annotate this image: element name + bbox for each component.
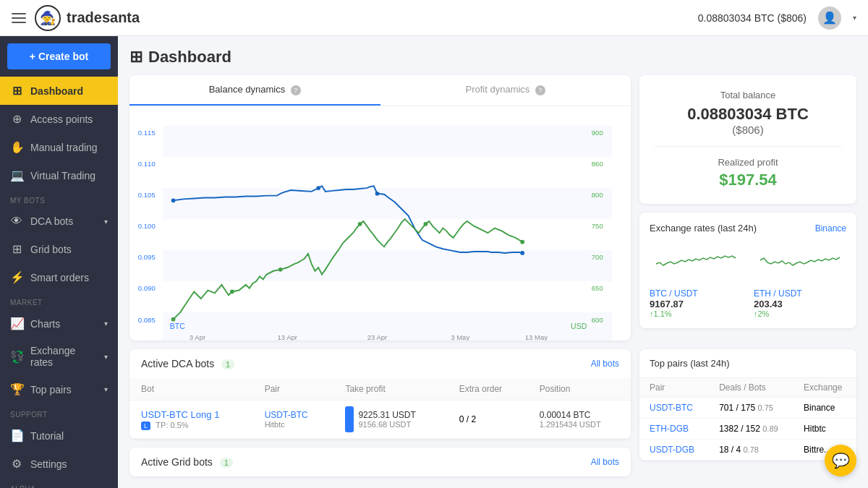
top-pairs-icon: 🏆 (10, 382, 23, 396)
sidebar-item-virtual-trading[interactable]: 💻 Virtual Trading (0, 161, 118, 189)
svg-text:0.115: 0.115 (138, 129, 156, 137)
header-right: 0.08803034 BTC ($806) 👤 ▾ (698, 7, 856, 30)
grid-count: 1 (220, 458, 233, 468)
dca-bots-table: Bot Pair Take profit Extra order Positio… (129, 378, 631, 439)
top-pair-name[interactable]: USDT-DGB (639, 440, 709, 461)
svg-text:600: 600 (592, 316, 603, 324)
exchange-rates-icon: 💱 (10, 350, 23, 364)
charts-icon: 📈 (10, 317, 23, 330)
virtual-trading-icon: 💻 (10, 168, 23, 182)
top-pair-deals: 18 / 4 0.78 (709, 440, 793, 461)
top-pair-name[interactable]: ETH-DGB (639, 419, 709, 440)
pair-exchange: Hitbtc (265, 420, 323, 429)
svg-rect-0 (163, 126, 612, 157)
svg-text:0.105: 0.105 (138, 191, 156, 199)
col-extra-order: Extra order (448, 378, 528, 401)
dca-section-title: Active DCA bots 1 (141, 358, 234, 369)
sidebar-item-top-pairs[interactable]: 🏆 Top pairs ▾ (0, 375, 118, 403)
sidebar-item-tutorial[interactable]: 📄 Tutorial (0, 421, 118, 450)
realized-profit-label: Realized profit (654, 146, 842, 168)
svg-text:0.095: 0.095 (138, 253, 156, 261)
chevron-icon: ▾ (104, 353, 108, 361)
create-bot-button[interactable]: + Create bot (7, 43, 111, 69)
sidebar-item-smart-orders[interactable]: ⚡ Smart orders (0, 263, 118, 291)
usd-amount: ($806) (654, 124, 842, 136)
svg-text:700: 700 (592, 253, 603, 261)
logo-icon: 🧙 (35, 5, 61, 31)
grid-table-header: Active Grid bots 1 All bots (129, 448, 631, 476)
eth-mini-chart (754, 242, 846, 281)
btc-chart-svg (650, 242, 742, 278)
sidebar-item-manual-trading[interactable]: ✋ Manual trading (0, 133, 118, 161)
user-avatar[interactable]: 👤 (818, 7, 841, 30)
sidebar-item-label: Access points (30, 114, 93, 125)
col-position: Position (528, 378, 631, 401)
btc-pair-value: 9167.87 (650, 299, 742, 309)
dca-all-bots-link[interactable]: All bots (591, 359, 619, 369)
dca-bots-icon: 👁 (10, 215, 23, 228)
svg-point-31 (424, 222, 428, 226)
bot-name[interactable]: USDT-BTC Long 1 (141, 409, 242, 420)
btc-pair-change: ↑1.1% (650, 309, 742, 318)
chevron-icon: ▾ (104, 385, 108, 393)
top-pairs-title: Top pairs (last 24h) (639, 349, 856, 378)
col-deals-bots-header: Deals / Bots (709, 378, 793, 398)
top-pair-exchange: Hitbtc (793, 419, 856, 440)
sidebar-item-label: Manual trading (30, 142, 98, 153)
sidebar-item-access-points[interactable]: ⊕ Access points (0, 105, 118, 133)
sidebar-item-dashboard[interactable]: ⊞ Dashboard (0, 77, 118, 105)
dashboard-grid-icon: ⊞ (129, 48, 142, 67)
svg-point-32 (520, 240, 524, 244)
svg-point-26 (520, 251, 524, 255)
sidebar-item-grid-bots[interactable]: ⊞ Grid bots (0, 235, 118, 263)
extra-order-value: 0 / 2 (459, 414, 476, 424)
svg-text:0.085: 0.085 (138, 316, 156, 324)
hamburger-menu[interactable] (12, 13, 26, 23)
svg-text:900: 900 (592, 129, 603, 137)
tab-profit-dynamics[interactable]: Profit dynamics ? (380, 75, 631, 106)
top-pair-name[interactable]: USDT-BTC (639, 398, 709, 419)
chevron-down-icon[interactable]: ▾ (853, 14, 856, 22)
svg-text:0.090: 0.090 (138, 285, 156, 293)
top-pairs-card: Top pairs (last 24h) Pair Deals / Bots E… (639, 349, 856, 461)
page-title: ⊞ Dashboard (129, 48, 856, 67)
realized-profit-value: $197.54 (654, 171, 842, 189)
sidebar-item-settings[interactable]: ⚙ Settings (0, 450, 118, 478)
svg-text:800: 800 (592, 191, 603, 199)
btc-amount: 0.08803034 BTC (654, 105, 842, 124)
active-grid-bots-section: Active Grid bots 1 All bots (129, 448, 631, 476)
svg-text:USD: USD (571, 322, 587, 330)
logo-text: tradesanta (67, 9, 140, 26)
chat-bubble[interactable]: 💬 (825, 445, 856, 476)
btc-usdt-pair: BTC / USDT 9167.87 ↑1.1% (650, 288, 742, 318)
svg-text:0.100: 0.100 (138, 222, 156, 230)
sidebar-item-exchange-rates[interactable]: 💱 Exchange rates ▾ (0, 338, 118, 375)
tutorial-icon: 📄 (10, 429, 23, 442)
bot-tag: L (141, 421, 150, 430)
svg-text:650: 650 (592, 285, 603, 293)
position-cell: 0.00014 BTC 1.2915434 USDT (528, 401, 631, 439)
sidebar-item-label: Exchange rates (30, 345, 97, 368)
manual-trading-icon: ✋ (10, 140, 23, 154)
settings-icon: ⚙ (10, 457, 23, 471)
svg-text:23 Apr: 23 Apr (367, 333, 388, 341)
eth-pair-change: ↑2% (754, 309, 846, 318)
tab-balance-dynamics[interactable]: Balance dynamics ? (129, 75, 380, 106)
sidebar-item-dca-bots[interactable]: 👁 DCA bots ▾ (0, 207, 118, 235)
svg-text:750: 750 (592, 222, 603, 230)
balance-help-icon: ? (291, 85, 301, 95)
sidebar-item-charts[interactable]: 📈 Charts ▾ (0, 309, 118, 338)
svg-rect-1 (163, 188, 612, 219)
svg-point-28 (230, 290, 234, 294)
grid-all-bots-link[interactable]: All bots (591, 457, 619, 467)
table-row: USDT-BTC Long 1 L TP: 0.5% USDT-BTC Hitb… (129, 401, 631, 439)
balance-card: Total balance 0.08803034 BTC ($806) Real… (639, 75, 856, 204)
alpha-section-label: ALPHA (0, 478, 118, 488)
active-dca-bots-section: Active DCA bots 1 All bots Bot Pair Take… (129, 349, 631, 439)
btc-pair-name: BTC / USDT (650, 288, 742, 299)
grid-bots-icon: ⊞ (10, 242, 23, 256)
profit-help-icon: ? (535, 85, 545, 95)
top-pair-exchange: Binance (793, 398, 856, 419)
list-item: USDT-DGB 18 / 4 0.78 Bittre... (639, 440, 856, 461)
pair-link[interactable]: USDT-BTC (265, 410, 323, 420)
